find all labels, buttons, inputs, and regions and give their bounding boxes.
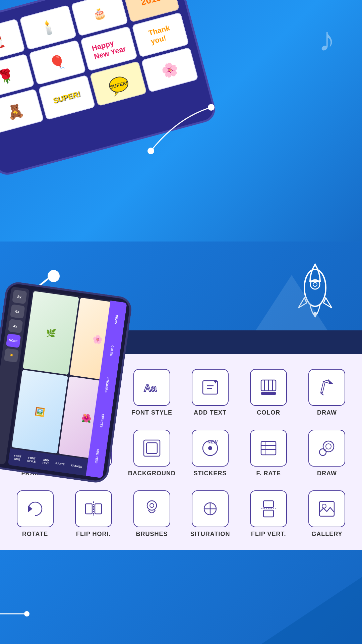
function-background[interactable]: BACKGROUND	[123, 425, 180, 482]
connector-line	[144, 101, 228, 168]
svg-point-69	[24, 611, 29, 616]
stickers2-label: STICKERS	[194, 470, 227, 477]
svg-point-67	[322, 504, 326, 508]
draw2-icon-box	[308, 430, 345, 467]
gallery-icon-box	[308, 490, 345, 527]
music-line-decoration	[0, 610, 34, 617]
svg-rect-55	[85, 504, 92, 514]
svg-point-51	[323, 441, 334, 452]
flip-vert-icon-box	[250, 490, 287, 527]
brushes-label: BRUSHES	[136, 531, 168, 538]
font-style-label: FONT STYLE	[131, 409, 172, 416]
background-icon-box	[133, 430, 170, 467]
svg-point-6	[48, 270, 60, 282]
function-situration[interactable]: SITURATION	[182, 485, 239, 543]
toolbar-color: COLOR	[109, 345, 114, 357]
svg-rect-56	[95, 504, 102, 514]
svg-marker-54	[28, 506, 32, 512]
svg-point-45	[208, 446, 212, 450]
svg-marker-2	[114, 92, 119, 96]
sidebar-4x: 4x	[8, 319, 23, 333]
toolbar-add-text: ADD TEXT	[94, 448, 100, 464]
svg-text:NEW: NEW	[207, 439, 218, 444]
bottom-section	[0, 550, 362, 644]
function-draw[interactable]: DRAW	[299, 364, 355, 421]
bottom-triangle-decoration	[261, 577, 362, 644]
svg-rect-47	[261, 441, 276, 455]
brushes-icon-box	[133, 490, 170, 527]
function-gallery[interactable]: GALLERY	[299, 485, 355, 543]
draw-icon-box	[308, 369, 345, 406]
top-section: ♪ 🎅 🕯️ 🎂 2018 🌹 🎈 HappyNew Year Thankyou…	[0, 0, 362, 275]
function-color[interactable]: COLOR	[240, 364, 297, 421]
sidebar-none: NONE	[6, 333, 21, 348]
function-font-style[interactable]: Aa FONT STYLE	[123, 364, 180, 421]
toolbar-stickers: STICKERS	[104, 377, 110, 393]
function-stickers[interactable]: NEW STICKERS	[182, 425, 239, 482]
svg-point-58	[147, 501, 157, 510]
function-flip-hori[interactable]: FLIP HORI.	[65, 485, 122, 543]
f-rate-label: F. RATE	[256, 470, 281, 477]
svg-point-52	[326, 444, 331, 449]
function-f-rate[interactable]: F. RATE	[240, 425, 297, 482]
color-label: COLOR	[257, 409, 280, 416]
svg-point-53	[319, 449, 326, 455]
svg-point-59	[150, 503, 154, 507]
svg-text:Aa: Aa	[144, 382, 157, 393]
svg-rect-63	[263, 501, 274, 507]
function-flip-vert[interactable]: FLIP VERT.	[240, 485, 297, 543]
toolbar-draw: DRAW	[114, 315, 119, 324]
draw-label: DRAW	[317, 409, 337, 416]
f-rate-icon-box	[250, 430, 287, 467]
gallery-label: GALLERY	[311, 531, 342, 538]
function-add-text[interactable]: ADD TEXT	[182, 364, 239, 421]
sidebar-8x: 8x	[12, 289, 27, 304]
svg-point-4	[147, 148, 154, 154]
situration-icon-box	[192, 490, 229, 527]
add-text-label: ADD TEXT	[194, 409, 227, 416]
music-note-decoration: ♪	[318, 20, 335, 59]
function-brushes[interactable]: BRUSHES	[123, 485, 180, 543]
svg-rect-43	[146, 443, 157, 453]
rotate-icon-box	[17, 490, 54, 527]
color-icon-box	[250, 369, 287, 406]
svg-line-37	[321, 393, 323, 395]
svg-rect-64	[263, 510, 274, 517]
flip-hori-label: FLIP HORI.	[76, 531, 111, 538]
svg-point-3	[208, 104, 215, 111]
rotate-label: ROTATE	[22, 531, 48, 538]
draw2-label: DRAW	[317, 470, 337, 477]
function-draw2[interactable]: DRAW	[299, 425, 355, 482]
sidebar-brightness: ☀️	[4, 348, 19, 363]
flip-hori-icon-box	[75, 490, 112, 527]
flip-vert-label: FLIP VERT.	[251, 531, 286, 538]
add-text-icon-box	[192, 369, 229, 406]
stickers-icon-box: NEW	[192, 430, 229, 467]
svg-rect-66	[319, 501, 334, 516]
function-rotate[interactable]: ROTATE	[7, 485, 63, 543]
background-label: BACKGROUND	[128, 470, 176, 477]
sticker-cell: 🧸	[0, 89, 44, 134]
situration-label: SITURATION	[190, 531, 230, 538]
font-style-icon-box: Aa	[133, 369, 170, 406]
sidebar-6x: 6x	[10, 304, 25, 319]
svg-rect-36	[261, 392, 276, 395]
toolbar-effects: EFFECTS	[100, 414, 105, 428]
